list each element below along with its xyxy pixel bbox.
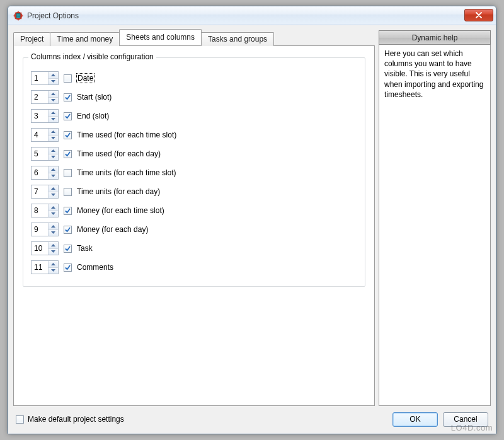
column-row: Date	[31, 71, 357, 86]
spinner-down-icon[interactable]	[49, 79, 58, 85]
index-spinner[interactable]	[31, 204, 59, 217]
visible-checkbox[interactable]	[64, 74, 72, 83]
make-default-label: Make default project settings	[28, 415, 124, 424]
visible-checkbox[interactable]	[64, 245, 72, 253]
column-row: Time units (for each day)	[31, 184, 357, 199]
spinner-up-icon[interactable]	[49, 148, 58, 154]
visible-checkbox[interactable]	[64, 131, 72, 139]
groupbox-legend: Columns index / visible configuration	[28, 52, 156, 61]
index-input[interactable]	[32, 242, 48, 255]
make-default-checkbox[interactable]	[16, 415, 24, 424]
spinner-down-icon[interactable]	[49, 117, 58, 123]
tab-tasks-and-groups[interactable]: Tasks and groups	[201, 32, 274, 46]
column-label: Comments	[77, 263, 113, 272]
spinner-buttons	[48, 129, 58, 141]
app-icon	[13, 11, 23, 21]
spinner-buttons	[48, 91, 58, 103]
spinner-up-icon[interactable]	[49, 242, 58, 249]
dynamic-help-header[interactable]: Dynamic help	[379, 30, 491, 45]
spinner-buttons	[48, 72, 58, 84]
visible-checkbox[interactable]	[64, 263, 72, 272]
window-title: Project Options	[27, 11, 464, 20]
close-button[interactable]	[464, 9, 493, 21]
column-label: Time used (for each day)	[77, 149, 161, 158]
spinner-down-icon[interactable]	[49, 136, 58, 142]
index-input[interactable]	[32, 148, 48, 160]
column-row: Time used (for each time slot)	[31, 127, 357, 142]
spinner-up-icon[interactable]	[49, 185, 58, 192]
spinner-down-icon[interactable]	[49, 249, 58, 255]
column-label: Time units (for each day)	[77, 187, 160, 196]
column-row: Time used (for each day)	[31, 146, 357, 161]
spinner-up-icon[interactable]	[49, 166, 58, 173]
index-input[interactable]	[32, 223, 48, 236]
column-row: Start (slot)	[31, 90, 357, 105]
tabstrip: Project Time and money Sheets and column…	[13, 30, 375, 45]
spinner-buttons	[48, 204, 58, 217]
index-input[interactable]	[32, 91, 48, 103]
index-spinner[interactable]	[31, 147, 59, 161]
upper-row: Project Time and money Sheets and column…	[13, 30, 491, 406]
visible-checkbox[interactable]	[64, 112, 72, 120]
column-label: Money (for each day)	[77, 225, 148, 234]
column-row: Money (for each day)	[31, 222, 357, 237]
visible-checkbox[interactable]	[64, 188, 72, 196]
spinner-down-icon[interactable]	[49, 154, 58, 161]
spinner-buttons	[48, 185, 58, 198]
spinner-up-icon[interactable]	[49, 261, 58, 268]
dialog-window: Project Options Project Time and money S…	[8, 6, 496, 434]
column-row: Comments	[31, 260, 357, 275]
index-input[interactable]	[32, 204, 48, 217]
column-row: End (slot)	[31, 108, 357, 124]
titlebar[interactable]: Project Options	[8, 6, 496, 25]
index-input[interactable]	[32, 110, 48, 122]
spinner-up-icon[interactable]	[49, 129, 58, 136]
spinner-up-icon[interactable]	[49, 110, 58, 117]
visible-checkbox[interactable]	[64, 226, 72, 234]
ok-button[interactable]: OK	[392, 412, 438, 427]
column-label: Money (for each time slot)	[77, 206, 164, 215]
spinner-buttons	[48, 148, 58, 160]
spinner-down-icon[interactable]	[49, 173, 58, 180]
tab-project[interactable]: Project	[13, 32, 50, 46]
index-input[interactable]	[32, 72, 48, 84]
column-label: Start (slot)	[77, 93, 112, 101]
column-label: End (slot)	[77, 112, 109, 120]
spinner-buttons	[48, 223, 58, 236]
spinner-down-icon[interactable]	[49, 230, 58, 236]
index-spinner[interactable]	[31, 90, 59, 104]
column-label: Time units (for each time slot)	[77, 168, 176, 177]
client-area: Project Time and money Sheets and column…	[8, 25, 496, 434]
index-spinner[interactable]	[31, 223, 59, 236]
spinner-down-icon[interactable]	[49, 211, 58, 217]
cancel-button[interactable]: Cancel	[443, 412, 488, 427]
visible-checkbox[interactable]	[64, 93, 72, 101]
spinner-down-icon[interactable]	[49, 98, 58, 104]
index-spinner[interactable]	[31, 128, 59, 142]
spinner-up-icon[interactable]	[49, 204, 58, 211]
index-spinner[interactable]	[31, 185, 59, 199]
index-spinner[interactable]	[31, 166, 59, 180]
spinner-buttons	[48, 110, 58, 122]
spinner-up-icon[interactable]	[49, 72, 58, 79]
tab-time-and-money[interactable]: Time and money	[50, 32, 120, 46]
visible-checkbox[interactable]	[64, 150, 72, 158]
index-input[interactable]	[32, 166, 48, 179]
spinner-up-icon[interactable]	[49, 223, 58, 230]
visible-checkbox[interactable]	[64, 169, 72, 177]
visible-checkbox[interactable]	[64, 207, 72, 215]
spinner-down-icon[interactable]	[49, 268, 58, 274]
column-label: Task	[77, 244, 93, 253]
index-input[interactable]	[32, 261, 48, 274]
tab-sheets-and-columns[interactable]: Sheets and columns	[119, 29, 202, 45]
spinner-up-icon[interactable]	[49, 91, 58, 98]
index-spinner[interactable]	[31, 241, 59, 255]
index-input[interactable]	[32, 129, 48, 141]
index-spinner[interactable]	[31, 260, 59, 274]
column-row: Money (for each time slot)	[31, 203, 357, 218]
index-spinner[interactable]	[31, 71, 59, 85]
index-input[interactable]	[32, 185, 48, 198]
right-panel: Dynamic help Here you can set which colu…	[379, 30, 491, 406]
spinner-down-icon[interactable]	[49, 192, 58, 199]
index-spinner[interactable]	[31, 109, 59, 123]
